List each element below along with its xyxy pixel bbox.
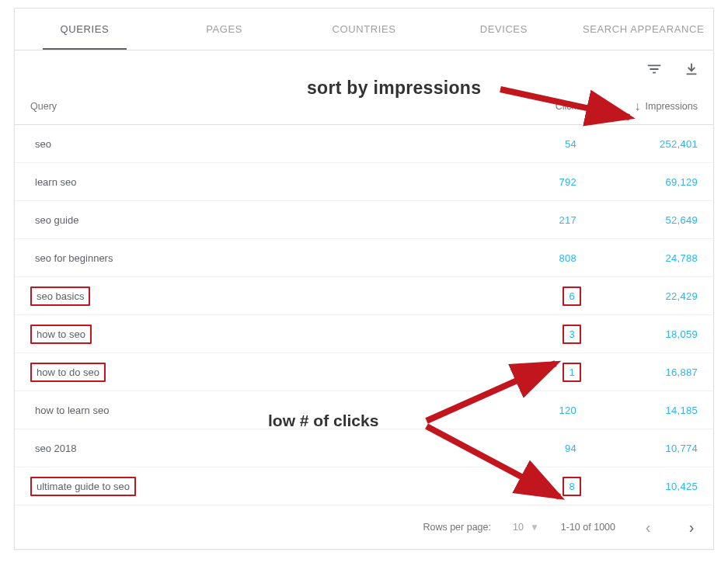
clicks-cell: 8: [488, 481, 581, 492]
clicks-value: 217: [554, 212, 581, 228]
clicks-value: 792: [554, 174, 581, 190]
clicks-cell: 792: [488, 176, 581, 188]
prev-page-button[interactable]: ‹: [637, 516, 659, 538]
query-text: seo: [30, 136, 56, 152]
table-footer: Rows per page: 10 ▼ 1-10 of 1000 ‹ ›: [15, 505, 713, 549]
impressions-cell: 22,429: [581, 290, 698, 302]
tab-search-appearance[interactable]: SEARCH APPEARANCE: [573, 9, 713, 50]
query-text: seo guide: [30, 212, 83, 228]
toolbar: [15, 50, 713, 88]
query-text: how to seo: [30, 325, 92, 344]
caret-down-icon: ▼: [530, 522, 539, 533]
tab-queries[interactable]: QUERIES: [15, 9, 155, 50]
rows-per-page-value: 10: [513, 522, 524, 533]
tab-pages[interactable]: PAGES: [155, 9, 294, 50]
download-icon[interactable]: [682, 60, 701, 78]
clicks-value: 1: [563, 363, 581, 382]
clicks-cell: 3: [488, 328, 581, 340]
clicks-value: 54: [560, 136, 581, 152]
impressions-cell: 52,649: [581, 214, 698, 226]
query-cell: how to learn seo: [30, 405, 488, 416]
tab-devices[interactable]: DEVICES: [434, 9, 573, 50]
clicks-cell: 808: [488, 252, 581, 264]
clicks-value: 808: [554, 250, 581, 266]
column-header-clicks[interactable]: Clicks: [488, 101, 581, 112]
tab-bar: QUERIESPAGESCOUNTRIESDEVICESSEARCH APPEA…: [15, 9, 713, 50]
query-cell: seo for beginners: [30, 252, 488, 264]
next-page-button[interactable]: ›: [681, 516, 702, 538]
pagination-range: 1-10 of 1000: [561, 522, 615, 533]
clicks-value: 6: [563, 286, 581, 306]
clicks-cell: 1: [488, 366, 581, 378]
clicks-value: 94: [560, 440, 581, 457]
rows-per-page-select[interactable]: 10 ▼: [513, 522, 539, 533]
clicks-value: 120: [554, 402, 581, 418]
impressions-cell: 18,059: [581, 328, 698, 340]
filter-icon[interactable]: [645, 60, 664, 78]
impressions-cell: 14,185: [581, 405, 698, 416]
table-row[interactable]: how to seo318,059: [15, 315, 713, 353]
report-card: QUERIESPAGESCOUNTRIESDEVICESSEARCH APPEA…: [14, 8, 714, 550]
query-cell: seo: [30, 138, 488, 150]
table-row[interactable]: how to do seo116,887: [15, 353, 713, 391]
clicks-value: 8: [563, 477, 581, 496]
table-row[interactable]: seo for beginners80824,788: [15, 239, 713, 277]
table-row[interactable]: seo guide21752,649: [15, 201, 713, 239]
query-cell: seo 2018: [30, 443, 488, 454]
impressions-cell: 16,887: [581, 366, 698, 378]
query-text: ultimate guide to seo: [30, 477, 136, 496]
query-cell: how to do seo: [30, 366, 488, 378]
query-text: seo basics: [30, 286, 90, 306]
query-cell: seo basics: [30, 290, 488, 302]
impressions-cell: 10,774: [581, 443, 698, 454]
clicks-cell: 54: [488, 138, 581, 150]
clicks-cell: 120: [488, 405, 581, 416]
table-row[interactable]: how to learn seo12014,185: [15, 391, 713, 429]
table-body: seo54252,401learn seo79269,129seo guide2…: [15, 125, 713, 505]
tab-countries[interactable]: COUNTRIES: [294, 9, 434, 50]
query-text: learn seo: [30, 174, 81, 190]
table-row[interactable]: seo 20189410,774: [15, 429, 713, 467]
query-cell: ultimate guide to seo: [30, 481, 488, 492]
table-header-row: Query Clicks ↓ Impressions: [15, 88, 713, 125]
column-header-impressions-label: Impressions: [646, 101, 698, 112]
impressions-cell: 69,129: [581, 176, 698, 188]
table-row[interactable]: seo54252,401: [15, 125, 713, 163]
impressions-cell: 24,788: [581, 252, 698, 264]
table-row[interactable]: seo basics622,429: [15, 277, 713, 315]
column-header-impressions[interactable]: ↓ Impressions: [581, 101, 698, 112]
impressions-cell: 10,425: [581, 481, 698, 492]
clicks-cell: 217: [488, 214, 581, 226]
clicks-cell: 6: [488, 290, 581, 302]
query-text: seo 2018: [30, 440, 82, 457]
clicks-value: 3: [563, 325, 581, 344]
query-cell: seo guide: [30, 214, 488, 226]
query-text: seo for beginners: [30, 250, 117, 266]
column-header-query[interactable]: Query: [30, 101, 488, 112]
impressions-cell: 252,401: [581, 138, 698, 150]
rows-per-page-label: Rows per page:: [423, 522, 491, 533]
query-text: how to learn seo: [30, 402, 113, 418]
clicks-cell: 94: [488, 443, 581, 454]
query-text: how to do seo: [30, 363, 106, 382]
table-row[interactable]: learn seo79269,129: [15, 163, 713, 201]
table-row[interactable]: ultimate guide to seo810,425: [15, 467, 713, 505]
query-cell: learn seo: [30, 176, 488, 188]
query-cell: how to seo: [30, 328, 488, 340]
